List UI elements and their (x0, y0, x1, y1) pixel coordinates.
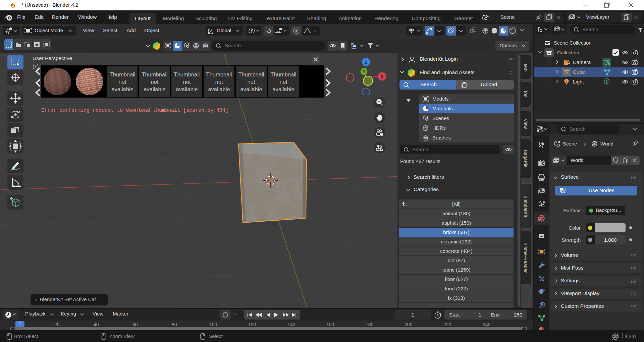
svg-text:Z: Z (365, 60, 367, 65)
svg-text:Y: Y (363, 69, 365, 74)
svg-text:X: X (381, 74, 384, 79)
